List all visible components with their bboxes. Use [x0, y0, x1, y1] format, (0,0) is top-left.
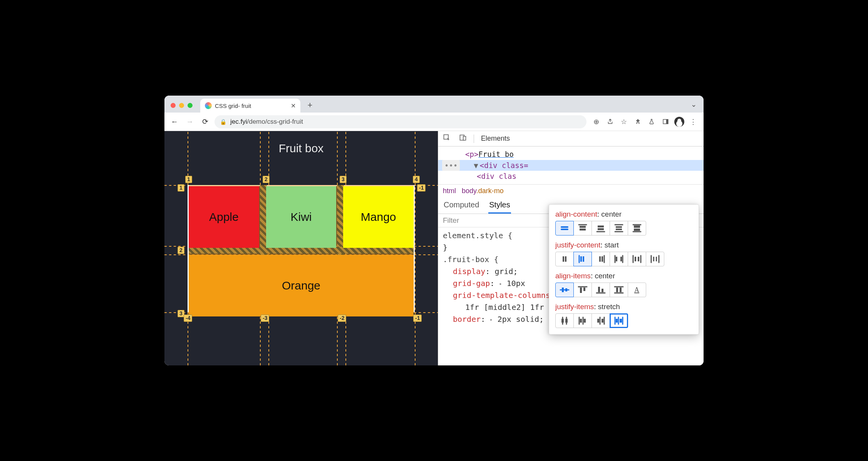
- zoom-icon[interactable]: ⊕: [590, 115, 603, 128]
- back-button[interactable]: ←: [168, 116, 181, 128]
- align-content-stretch-button[interactable]: [628, 221, 646, 236]
- breadcrumb[interactable]: html body.dark-mo: [438, 184, 704, 197]
- grid-line-badge: 3: [340, 176, 347, 183]
- svg-rect-71: [620, 319, 622, 323]
- justify-items-start-button[interactable]: [573, 313, 592, 328]
- svg-rect-11: [598, 228, 604, 230]
- grid-line-badge: 1: [185, 176, 192, 183]
- new-tab-button[interactable]: +: [304, 99, 316, 111]
- close-window-icon[interactable]: [171, 103, 176, 108]
- svg-rect-66: [602, 319, 603, 323]
- svg-rect-31: [620, 257, 622, 261]
- justify-content-end-button[interactable]: [592, 252, 610, 266]
- browser-tab[interactable]: CSS grid- fruit ✕: [200, 99, 300, 113]
- device-toolbar-icon[interactable]: [457, 134, 468, 143]
- rendered-page: Fruit box 1 2 3 4 1 2 3: [164, 131, 438, 365]
- svg-rect-22: [565, 256, 566, 262]
- justify-content-group: justify-content: start: [555, 241, 692, 266]
- grid-line-badge: -2: [338, 315, 346, 322]
- svg-rect-14: [616, 226, 622, 228]
- tab-title: CSS grid- fruit: [215, 103, 251, 109]
- justify-items-stretch-button[interactable]: [610, 313, 628, 328]
- justify-content-center-button[interactable]: [555, 252, 574, 266]
- dom-text: Fruit bo: [478, 149, 514, 160]
- address-bar[interactable]: 🔒 jec.fyi/demo/css-grid-fruit: [214, 115, 586, 128]
- svg-rect-24: [580, 256, 582, 262]
- svg-rect-51: [616, 288, 618, 292]
- svg-rect-45: [580, 288, 582, 293]
- reload-button[interactable]: ⟳: [199, 116, 211, 128]
- align-items-group: align-items: center: [555, 272, 692, 297]
- justify-content-space-between-button[interactable]: [610, 252, 628, 266]
- svg-rect-5: [561, 226, 568, 228]
- align-content-group: align-content: center: [555, 210, 692, 236]
- svg-rect-19: [634, 229, 640, 231]
- bookmark-icon[interactable]: ☆: [617, 115, 630, 128]
- svg-rect-70: [616, 319, 618, 323]
- align-content-end-button[interactable]: [592, 221, 610, 236]
- align-content-center-button[interactable]: [555, 221, 574, 236]
- justify-items-end-button[interactable]: [592, 313, 610, 328]
- extensions-icon[interactable]: [631, 115, 644, 128]
- maximize-window-icon[interactable]: [188, 103, 193, 108]
- devtools-tab-elements[interactable]: Elements: [479, 132, 511, 145]
- align-content-start-button[interactable]: [573, 221, 592, 236]
- dom-tree[interactable]: <p>Fruit bo ••• ▼ <div class= <div clas: [438, 146, 704, 184]
- justify-content-start-button[interactable]: [573, 252, 592, 266]
- lock-icon: 🔒: [220, 119, 226, 125]
- align-content-space-around-button[interactable]: [610, 221, 628, 236]
- page-heading: Fruit box: [164, 142, 438, 155]
- content-area: Fruit box 1 2 3 4 1 2 3: [164, 131, 704, 365]
- side-panel-icon[interactable]: [659, 115, 672, 128]
- disclosure-triangle-icon[interactable]: ▼: [474, 160, 478, 171]
- grid-item-orange: Orange: [189, 255, 414, 316]
- svg-rect-6: [561, 229, 568, 230]
- align-items-center-button[interactable]: [555, 283, 574, 297]
- dom-selected-row[interactable]: ••• ▼ <div class=: [438, 160, 704, 171]
- grid-line-badge: -1: [413, 315, 422, 322]
- grid-item-mango: Mango: [343, 186, 414, 248]
- svg-rect-34: [635, 257, 636, 261]
- window-controls: [171, 103, 193, 108]
- svg-rect-1: [666, 119, 668, 124]
- justify-content-space-around-button[interactable]: [628, 252, 646, 266]
- grid-line-badge: 2: [178, 247, 184, 254]
- align-items-baseline-button[interactable]: A: [628, 283, 646, 297]
- svg-rect-43: [565, 288, 567, 291]
- inspect-element-icon[interactable]: [441, 134, 452, 143]
- grid-line-badge: 2: [263, 176, 270, 183]
- svg-rect-15: [616, 229, 622, 230]
- align-items-start-button[interactable]: [573, 283, 592, 297]
- svg-rect-58: [565, 319, 568, 323]
- dom-ellipsis-icon[interactable]: •••: [442, 160, 460, 171]
- align-items-stretch-button[interactable]: [610, 283, 628, 297]
- url-host: jec.fyi: [230, 118, 247, 125]
- svg-rect-39: [656, 257, 657, 261]
- justify-content-space-evenly-button[interactable]: [646, 252, 664, 266]
- svg-rect-35: [638, 257, 639, 261]
- svg-rect-4: [463, 136, 466, 140]
- share-icon[interactable]: [603, 115, 617, 128]
- profile-avatar[interactable]: [673, 115, 686, 128]
- labs-icon[interactable]: [645, 115, 658, 128]
- align-items-end-button[interactable]: [592, 283, 610, 297]
- forward-button[interactable]: →: [184, 116, 196, 128]
- grid-item-kiwi: Kiwi: [266, 186, 337, 248]
- minimize-window-icon[interactable]: [179, 103, 184, 108]
- justify-items-center-button[interactable]: [555, 313, 574, 328]
- grid-line-badge: -3: [261, 315, 269, 322]
- svg-rect-61: [580, 319, 582, 323]
- toolbar-right: ⊕ ☆ ⋮: [590, 115, 700, 128]
- svg-rect-18: [634, 225, 640, 228]
- close-tab-icon[interactable]: ✕: [291, 102, 296, 109]
- tabs-dropdown-icon[interactable]: ⌄: [691, 100, 697, 109]
- grid-line-badge: -4: [184, 315, 192, 322]
- tab-strip: CSS grid- fruit ✕ + ⌄: [164, 96, 704, 113]
- svg-rect-21: [563, 256, 564, 262]
- svg-rect-46: [583, 288, 585, 291]
- tab-computed[interactable]: Computed: [443, 197, 480, 214]
- menu-icon[interactable]: ⋮: [687, 115, 700, 128]
- favicon-icon: [205, 102, 212, 109]
- tab-styles[interactable]: Styles: [488, 197, 511, 214]
- devtools-panel: Elements <p>Fruit bo ••• ▼ <div class= <…: [438, 131, 704, 365]
